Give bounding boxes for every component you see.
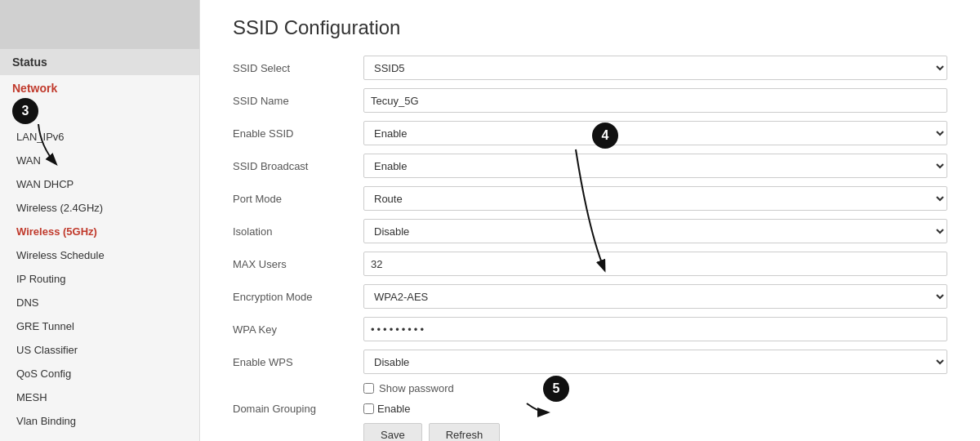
annotation-3: 3 (12, 98, 38, 124)
show-password-label: Show password (379, 382, 454, 394)
label-ssid-name: SSID Name (233, 95, 363, 107)
sidebar-item-wireless-5ghz[interactable]: Wireless (5GHz) (0, 220, 199, 243)
sidebar-status-label: Status (0, 49, 199, 75)
page-title: SSID Configuration (233, 16, 947, 39)
input-wpa-key[interactable] (363, 317, 947, 341)
label-max-users: MAX Users (233, 258, 363, 270)
sidebar-item-wireless-schedule[interactable]: Wireless Schedule (0, 243, 199, 267)
form-row-ssid-select: SSID SelectSSID1SSID2SSID3SSID4SSID5 (233, 56, 947, 80)
select-enable-ssid[interactable]: EnableDisable (363, 121, 947, 145)
sidebar-item-dns[interactable]: DNS (0, 291, 199, 314)
label-ssid-broadcast: SSID Broadcast (233, 160, 363, 172)
main-content: SSID Configuration SSID SelectSSID1SSID2… (200, 0, 980, 441)
button-row: Save Refresh (233, 423, 947, 441)
content-wrapper: SSID Configuration SSID SelectSSID1SSID2… (200, 0, 980, 441)
refresh-button[interactable]: Refresh (429, 423, 501, 441)
label-port-mode: Port Mode (233, 193, 363, 205)
select-port-mode[interactable]: RouteBridge (363, 186, 947, 211)
domain-grouping-row: Domain Grouping Enable (233, 403, 947, 415)
select-ssid-broadcast[interactable]: EnableDisable (363, 154, 947, 178)
sidebar-item-vlan-binding[interactable]: Vlan Binding (0, 409, 199, 433)
select-ssid-select[interactable]: SSID1SSID2SSID3SSID4SSID5 (363, 56, 947, 80)
sidebar-items: LANLAN_IPv6WANWAN DHCPWireless (2.4GHz)W… (0, 101, 199, 433)
label-wpa-key: WPA Key (233, 323, 363, 336)
form-row-enable-wps: Enable WPSEnableDisable (233, 350, 947, 374)
label-encryption-mode: Encryption Mode (233, 291, 363, 303)
select-enable-wps[interactable]: EnableDisable (363, 350, 947, 374)
domain-grouping-checkbox[interactable] (363, 403, 374, 414)
sidebar-item-wireless-2.4ghz[interactable]: Wireless (2.4GHz) (0, 196, 199, 220)
select-isolation[interactable]: EnableDisable (363, 219, 947, 243)
form-row-ssid-broadcast: SSID BroadcastEnableDisable (233, 154, 947, 178)
form-row-port-mode: Port ModeRouteBridge (233, 186, 947, 211)
form-row-ssid-name: SSID Name (233, 88, 947, 113)
select-encryption-mode[interactable]: WPA2-AESWPA-TKIPNone (363, 284, 947, 309)
sidebar-item-gre-tunnel[interactable]: GRE Tunnel (0, 314, 199, 338)
sidebar-item-ip-routing[interactable]: IP Routing (0, 267, 199, 291)
domain-checkbox-wrapper: Enable (363, 403, 947, 415)
annotation-5: 5 (543, 376, 569, 402)
show-password-checkbox[interactable] (363, 383, 374, 394)
form-row-isolation: IsolationEnableDisable (233, 219, 947, 243)
save-button[interactable]: Save (363, 423, 422, 441)
label-enable-ssid: Enable SSID (233, 127, 363, 140)
sidebar-section-title: Network (0, 75, 199, 101)
sidebar-item-lan_ipv6[interactable]: LAN_IPv6 (0, 125, 199, 149)
sidebar-top-bar (0, 0, 199, 49)
form-row-encryption-mode: Encryption ModeWPA2-AESWPA-TKIPNone (233, 284, 947, 309)
label-isolation: Isolation (233, 225, 363, 238)
sidebar-item-mesh[interactable]: MESH (0, 385, 199, 409)
domain-grouping-label: Domain Grouping (233, 403, 363, 415)
label-enable-wps: Enable WPS (233, 356, 363, 368)
input-max-users[interactable] (363, 252, 947, 276)
input-ssid-name[interactable] (363, 88, 947, 113)
form-row-wpa-key: WPA Key (233, 317, 947, 341)
annotation-4: 4 (592, 122, 618, 149)
sidebar-item-wan-dhcp[interactable]: WAN DHCP (0, 172, 199, 196)
form-row-max-users: MAX Users (233, 252, 947, 276)
show-password-row: Show password (233, 382, 947, 394)
sidebar-item-us-classifier[interactable]: US Classifier (0, 338, 199, 362)
sidebar-item-qos-config[interactable]: QoS Config (0, 362, 199, 385)
sidebar-item-wan[interactable]: WAN (0, 149, 199, 172)
label-ssid-select: SSID Select (233, 62, 363, 74)
domain-enable-label: Enable (377, 403, 410, 415)
form-table: SSID SelectSSID1SSID2SSID3SSID4SSID5SSID… (233, 56, 947, 374)
form-row-enable-ssid: Enable SSIDEnableDisable (233, 121, 947, 145)
sidebar: Status Network LANLAN_IPv6WANWAN DHCPWir… (0, 0, 200, 441)
